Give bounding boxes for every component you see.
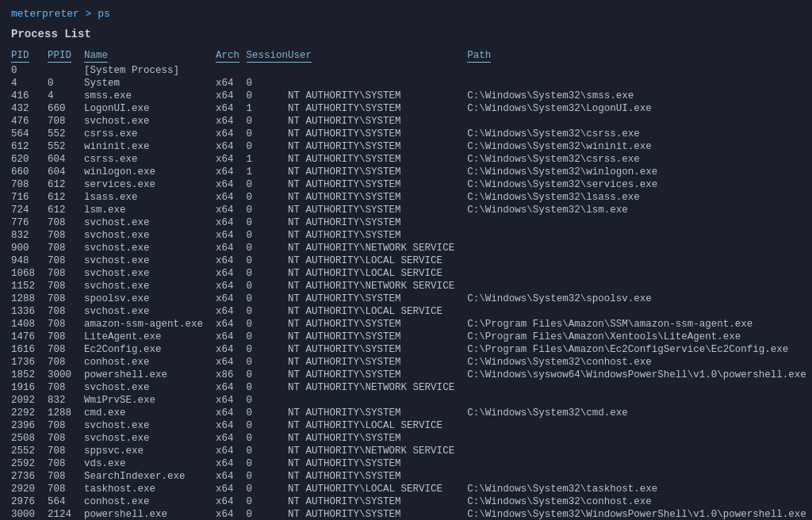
cell-path: C:\Program Files\Amazon\Ec2ConfigService… — [467, 343, 812, 356]
cell-ppid: 708 — [48, 292, 84, 305]
cell-user: NT AUTHORITY\SYSTEM — [288, 508, 467, 520]
cell-user: NT AUTHORITY\NETWORK SERVICE — [288, 445, 467, 457]
table-row: 2552708sppsvc.exex640NT AUTHORITY\NETWOR… — [11, 445, 812, 457]
table-row: 40Systemx640 — [11, 77, 812, 90]
cell-arch: x64 — [216, 483, 247, 495]
cell-pid: 476 — [11, 115, 48, 128]
cell-name: svchost.exe — [84, 381, 216, 394]
cell-arch: x64 — [216, 102, 247, 115]
cell-user: NT AUTHORITY\SYSTEM — [288, 318, 467, 331]
cell-path: C:\Windows\System32\lsm.exe — [467, 204, 812, 216]
cell-ppid: 708 — [48, 254, 84, 267]
cell-session: 0 — [247, 495, 289, 508]
cell-ppid: 0 — [48, 77, 84, 90]
cell-name: svchost.exe — [84, 432, 216, 445]
cell-name: Ec2Config.exe — [84, 343, 216, 356]
cell-pid: 612 — [11, 140, 48, 153]
cell-name: svchost.exe — [84, 419, 216, 432]
cell-path: C:\Windows\System32\wininit.exe — [467, 140, 812, 153]
table-row: 432660LogonUI.exex641NT AUTHORITY\SYSTEM… — [11, 102, 812, 115]
cell-ppid: 604 — [48, 153, 84, 166]
cell-session: 0 — [247, 381, 289, 394]
cell-pid: 0 — [11, 64, 48, 77]
cell-path: C:\Windows\System32\smss.exe — [467, 90, 812, 102]
cell-arch: x64 — [216, 216, 247, 229]
header-pid: PID — [11, 50, 48, 64]
cell-pid: 724 — [11, 204, 48, 216]
cell-name: LiteAgent.exe — [84, 331, 216, 343]
cell-arch: x64 — [216, 432, 247, 445]
cell-pid: 832 — [11, 229, 48, 242]
cell-session: 0 — [247, 318, 289, 331]
table-row: 1336708svchost.exex640NT AUTHORITY\LOCAL… — [11, 305, 812, 318]
cell-ppid: 1288 — [48, 407, 84, 419]
cell-path: C:\Windows\System32\LogonUI.exe — [467, 102, 812, 115]
cell-user: NT AUTHORITY\LOCAL SERVICE — [288, 419, 467, 432]
cell-arch: x64 — [216, 356, 247, 369]
cell-ppid: 708 — [48, 242, 84, 254]
cell-pid: 2396 — [11, 419, 48, 432]
prompt-text: meterpreter > ps — [11, 8, 110, 20]
cell-ppid: 2124 — [48, 508, 84, 520]
process-table: PID PPID Name Arch Session User Path 0[S… — [11, 50, 812, 520]
cell-ppid: 708 — [48, 318, 84, 331]
cell-user: NT AUTHORITY\SYSTEM — [288, 432, 467, 445]
cell-user — [288, 64, 467, 77]
cell-pid: 2092 — [11, 394, 48, 407]
cell-name: csrss.exe — [84, 153, 216, 166]
cell-pid: 1288 — [11, 292, 48, 305]
table-row: 716612lsass.exex640NT AUTHORITY\SYSTEMC:… — [11, 191, 812, 204]
cell-name: svchost.exe — [84, 254, 216, 267]
cell-session: 0 — [247, 140, 289, 153]
cell-arch: x64 — [216, 394, 247, 407]
cell-name: SearchIndexer.exe — [84, 470, 216, 483]
header-ppid: PPID — [48, 50, 84, 64]
cell-session: 0 — [247, 508, 289, 520]
cell-path — [467, 419, 812, 432]
cell-arch: x64 — [216, 457, 247, 470]
table-row: 2736708SearchIndexer.exex640NT AUTHORITY… — [11, 470, 812, 483]
cell-session: 0 — [247, 457, 289, 470]
table-row: 1616708Ec2Config.exex640NT AUTHORITY\SYS… — [11, 343, 812, 356]
cell-session: 0 — [247, 267, 289, 280]
table-row: 1916708svchost.exex640NT AUTHORITY\NETWO… — [11, 381, 812, 394]
cell-pid: 620 — [11, 153, 48, 166]
cell-arch: x64 — [216, 229, 247, 242]
cell-arch: x64 — [216, 508, 247, 520]
cell-ppid: 552 — [48, 128, 84, 140]
cell-name: conhost.exe — [84, 495, 216, 508]
cell-name: wininit.exe — [84, 140, 216, 153]
header-user: User — [288, 50, 467, 64]
cell-ppid: 708 — [48, 445, 84, 457]
cell-session: 0 — [247, 419, 289, 432]
cell-arch: x64 — [216, 128, 247, 140]
table-row: 2976564conhost.exex640NT AUTHORITY\SYSTE… — [11, 495, 812, 508]
cell-arch: x64 — [216, 115, 247, 128]
table-row: 612552wininit.exex640NT AUTHORITY\SYSTEM… — [11, 140, 812, 153]
cell-session: 0 — [247, 242, 289, 254]
table-row: 708612services.exex640NT AUTHORITY\SYSTE… — [11, 178, 812, 191]
cell-arch: x64 — [216, 292, 247, 305]
cell-arch: x86 — [216, 369, 247, 381]
terminal-window: meterpreter > ps Process List PID PPID N… — [11, 8, 801, 520]
cell-ppid: 4 — [48, 90, 84, 102]
cell-name: vds.exe — [84, 457, 216, 470]
cell-path — [467, 445, 812, 457]
table-row: 30002124powershell.exex640NT AUTHORITY\S… — [11, 508, 812, 520]
table-row: 22921288cmd.exex640NT AUTHORITY\SYSTEMC:… — [11, 407, 812, 419]
cell-session: 0 — [247, 305, 289, 318]
cell-path: C:\Windows\System32\WindowsPowerShell\v1… — [467, 508, 812, 520]
cell-session: 1 — [247, 102, 289, 115]
cell-pid: 1408 — [11, 318, 48, 331]
table-row: 4164smss.exex640NT AUTHORITY\SYSTEMC:\Wi… — [11, 90, 812, 102]
cell-pid: 432 — [11, 102, 48, 115]
cell-arch: x64 — [216, 445, 247, 457]
cell-arch: x64 — [216, 331, 247, 343]
cell-ppid: 612 — [48, 178, 84, 191]
cell-pid: 776 — [11, 216, 48, 229]
cell-name: cmd.exe — [84, 407, 216, 419]
cell-session: 0 — [247, 343, 289, 356]
cell-user — [288, 394, 467, 407]
cell-name: svchost.exe — [84, 305, 216, 318]
cell-name: [System Process] — [84, 64, 216, 77]
